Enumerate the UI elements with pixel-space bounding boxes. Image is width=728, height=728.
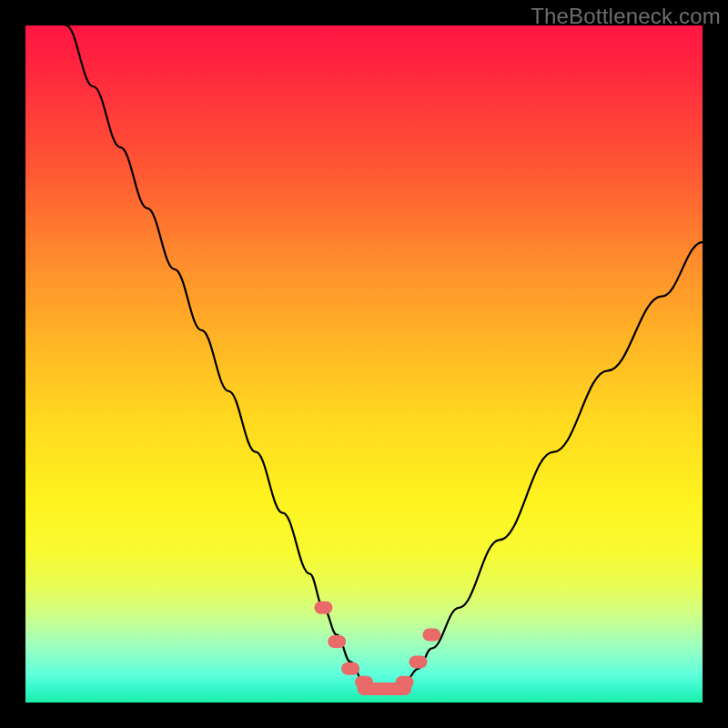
marker [410, 655, 428, 668]
bottleneck-curve [66, 25, 703, 689]
marker [328, 635, 346, 648]
highlighted-points [314, 602, 440, 695]
marker [314, 602, 332, 614]
marker [341, 662, 359, 675]
marker-bar [358, 682, 412, 695]
curve-layer [25, 25, 703, 703]
plot-area [25, 25, 703, 703]
watermark-text: TheBottleneck.com [531, 4, 721, 29]
chart-frame: TheBottleneck.com [0, 0, 728, 728]
marker [422, 629, 440, 642]
